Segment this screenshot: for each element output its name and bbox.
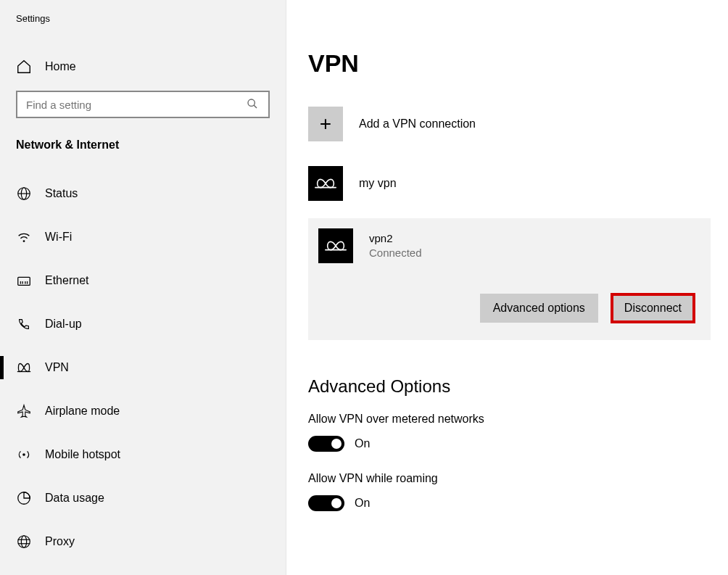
svg-point-0 <box>248 99 255 106</box>
sidebar-item-label: VPN <box>45 361 69 374</box>
search-field[interactable] <box>16 91 270 118</box>
search-icon <box>236 98 268 112</box>
proxy-icon <box>16 534 32 550</box>
sidebar-item-label: Data usage <box>45 492 104 505</box>
sidebar-item-status[interactable]: Status <box>0 172 286 215</box>
toggle-switch[interactable] <box>308 495 344 511</box>
datausage-icon <box>16 490 32 506</box>
sidebar-item-label: Status <box>45 187 78 200</box>
vpn-connection-item[interactable]: my vpn <box>308 162 728 205</box>
disconnect-button[interactable]: Disconnect <box>611 294 695 323</box>
advanced-options-heading: Advanced Options <box>308 376 728 397</box>
airplane-icon <box>16 403 32 419</box>
sidebar-item-label: Ethernet <box>45 274 88 287</box>
toggle-label: Allow VPN while roaming <box>308 472 728 485</box>
svg-line-1 <box>254 105 257 108</box>
hotspot-icon <box>16 447 32 463</box>
home-label: Home <box>45 60 76 73</box>
main-panel: VPN + Add a VPN connection my vpn vpn2 C… <box>286 0 728 575</box>
toggle-state: On <box>355 497 370 510</box>
toggle-group: Allow VPN while roamingOn <box>308 472 728 511</box>
toggle-label: Allow VPN over metered networks <box>308 413 728 426</box>
globe-icon <box>16 186 32 202</box>
sidebar-item-airplane[interactable]: Airplane mode <box>0 389 286 433</box>
toggle-state: On <box>355 437 370 450</box>
sidebar-item-label: Dial-up <box>45 318 82 331</box>
vpn-icon <box>16 360 32 376</box>
category-heading: Network & Internet <box>0 138 286 172</box>
page-title: VPN <box>308 49 728 78</box>
vpn-selected-name: vpn2 <box>369 231 422 246</box>
nav-list: StatusWi-FiEthernetDial-upVPNAirplane mo… <box>0 172 286 563</box>
vpn-connection-name: my vpn <box>359 177 397 190</box>
vpn-connection-selected-card: vpn2 Connected Advanced options Disconne… <box>308 218 711 340</box>
search-input[interactable] <box>17 99 236 111</box>
add-vpn-connection-button[interactable]: + Add a VPN connection <box>308 107 728 141</box>
sidebar-item-proxy[interactable]: Proxy <box>0 520 286 563</box>
sidebar-item-label: Proxy <box>45 535 75 548</box>
vpn-icon <box>308 166 343 201</box>
sidebar-item-label: Mobile hotspot <box>45 448 120 461</box>
plus-icon: + <box>308 107 343 141</box>
sidebar-item-wifi[interactable]: Wi-Fi <box>0 215 286 259</box>
dialup-icon <box>16 316 32 332</box>
sidebar-item-label: Wi-Fi <box>45 231 72 244</box>
add-vpn-label: Add a VPN connection <box>359 117 476 131</box>
toggle-group: Allow VPN over metered networksOn <box>308 413 728 452</box>
vpn-selected-header[interactable]: vpn2 Connected <box>318 228 695 263</box>
sidebar: Settings Home Network & Internet StatusW… <box>0 0 286 575</box>
vpn-icon <box>318 228 353 263</box>
advanced-options-button[interactable]: Advanced options <box>480 294 598 323</box>
sidebar-item-dialup[interactable]: Dial-up <box>0 302 286 346</box>
home-icon <box>16 59 32 75</box>
sidebar-item-label: Airplane mode <box>45 405 120 418</box>
sidebar-item-datausage[interactable]: Data usage <box>0 476 286 520</box>
wifi-icon <box>16 229 32 245</box>
vpn-status: Connected <box>369 246 422 260</box>
ethernet-icon <box>16 273 32 289</box>
sidebar-item-ethernet[interactable]: Ethernet <box>0 259 286 302</box>
window-title: Settings <box>0 13 286 24</box>
toggle-switch[interactable] <box>308 436 344 452</box>
sidebar-item-hotspot[interactable]: Mobile hotspot <box>0 433 286 476</box>
home-button[interactable]: Home <box>0 59 286 91</box>
sidebar-item-vpn[interactable]: VPN <box>0 346 286 389</box>
